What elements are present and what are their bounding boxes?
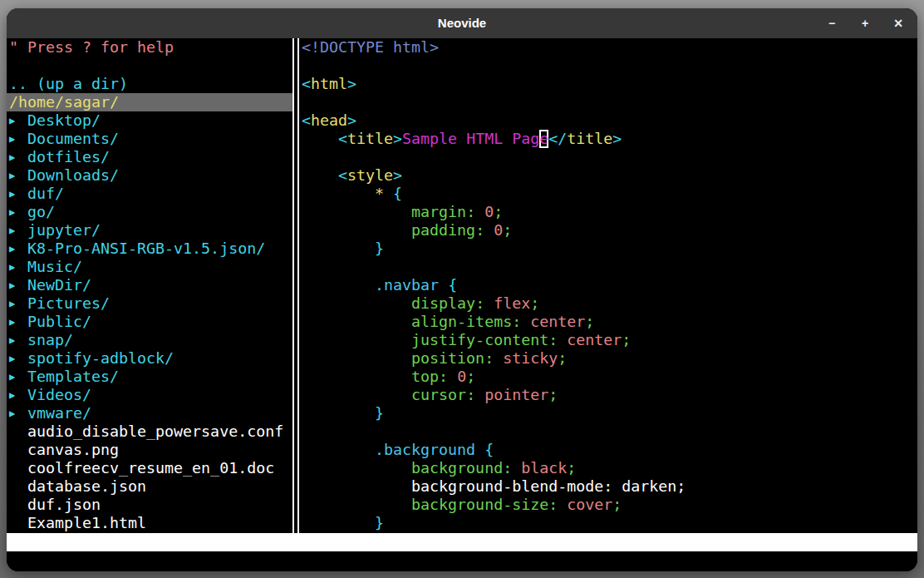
code-token: title xyxy=(567,130,612,147)
code-line[interactable] xyxy=(302,422,917,441)
code-token: head xyxy=(311,111,347,129)
dir-name: spotify-adblock/ xyxy=(27,349,174,367)
folder-arrow-icon: ▶ xyxy=(9,386,27,404)
window-title: Neovide xyxy=(7,8,917,38)
editor-buffer[interactable]: <!DOCTYPE html><html><head> <title>Sampl… xyxy=(301,38,917,533)
netrw-dir-item[interactable]: ▶K8-Pro-ANSI-RGB-v1.5.json/ xyxy=(7,240,292,258)
code-token xyxy=(302,459,411,477)
code-line[interactable]: <!DOCTYPE html> xyxy=(302,38,917,57)
code-token: align-items xyxy=(411,313,512,330)
code-line[interactable]: <head> xyxy=(302,111,917,130)
minimize-button[interactable]: − xyxy=(824,17,839,30)
code-token: > xyxy=(612,130,622,147)
code-token xyxy=(302,368,411,385)
folder-arrow-icon: ▶ xyxy=(9,404,27,422)
code-line[interactable]: .background { xyxy=(302,441,917,459)
netrw-dir-item[interactable]: ▶Pictures/ xyxy=(7,294,292,313)
titlebar[interactable]: Neovide − + ✕ xyxy=(7,8,917,38)
code-token: ; xyxy=(567,459,576,477)
netrw-dir-item[interactable]: ▶Public/ xyxy=(7,313,292,331)
folder-arrow-icon: ▶ xyxy=(9,368,27,386)
code-line[interactable]: position: sticky; xyxy=(302,349,917,368)
netrw-file-item[interactable]: Example1.html xyxy=(7,514,292,532)
code-token xyxy=(302,203,411,220)
netrw-up-dir[interactable]: .. (up a dir) xyxy=(7,75,292,93)
netrw-file-item[interactable]: coolfreecv_resume_en_01.doc xyxy=(7,459,292,477)
code-line[interactable]: padding: 0; xyxy=(302,221,917,240)
code-token: : xyxy=(548,331,567,348)
code-token: * xyxy=(375,185,384,202)
netrw-dir-item[interactable]: ▶go/ xyxy=(7,203,292,221)
maximize-button[interactable]: + xyxy=(858,17,872,30)
code-line[interactable]: * { xyxy=(302,185,917,203)
code-line[interactable]: } xyxy=(302,240,917,258)
code-line[interactable]: cursor: pointer; xyxy=(302,386,917,404)
folder-arrow-icon: ▶ xyxy=(9,185,27,203)
code-token xyxy=(302,294,411,312)
code-line[interactable]: <style> xyxy=(302,166,917,185)
netrw-dir-item[interactable]: ▶Downloads/ xyxy=(7,166,292,185)
code-token: : xyxy=(475,294,494,312)
code-token: background-size xyxy=(411,496,548,513)
netrw-dir-item[interactable]: ▶snap/ xyxy=(7,331,292,349)
dir-name: Downloads/ xyxy=(27,166,119,184)
code-token: > xyxy=(393,130,402,147)
code-line[interactable]: background-blend-mode: darken; xyxy=(302,477,917,496)
netrw-dir-item[interactable]: ▶dotfiles/ xyxy=(7,148,292,166)
code-token: ; xyxy=(466,368,475,385)
code-line[interactable]: .navbar { xyxy=(302,276,917,294)
netrw-dir-item[interactable]: ▶NewDir/ xyxy=(7,276,292,294)
code-line[interactable]: justify-content: center; xyxy=(302,331,917,349)
window-separator[interactable] xyxy=(292,38,301,533)
code-line[interactable]: background: black; xyxy=(302,459,917,477)
netrw-dir-item[interactable]: ▶jupyter/ xyxy=(7,221,292,240)
code-line[interactable]: background-size: cover; xyxy=(302,496,917,514)
netrw-file-item[interactable]: audio_disable_powersave.conf xyxy=(7,422,292,441)
code-token: : xyxy=(466,203,484,220)
code-line[interactable]: <title>Sample HTML Page</title> xyxy=(302,130,917,148)
code-token: < xyxy=(338,130,347,147)
netrw-dir-item[interactable]: ▶Videos/ xyxy=(7,386,292,404)
dir-name: Documents/ xyxy=(27,130,119,147)
code-line[interactable]: } xyxy=(302,514,917,532)
code-line[interactable] xyxy=(302,148,917,166)
netrw-dir-item[interactable]: ▶Documents/ xyxy=(7,130,292,148)
folder-arrow-icon: ▶ xyxy=(9,130,27,148)
netrw-dir-item[interactable]: ▶Desktop/ xyxy=(7,111,292,130)
folder-arrow-icon: ▶ xyxy=(9,240,27,258)
code-line[interactable] xyxy=(302,258,917,276)
netrw-dir-item[interactable]: ▶spotify-adblock/ xyxy=(7,349,292,368)
netrw-current-path[interactable]: /home/sagar/ xyxy=(7,93,292,111)
code-line[interactable]: top: 0; xyxy=(302,368,917,386)
code-token: background xyxy=(411,459,503,477)
netrw-dir-item[interactable]: ▶Music/ xyxy=(7,258,292,276)
code-line[interactable]: align-items: center; xyxy=(302,313,917,331)
netrw-file-item[interactable]: duf.json xyxy=(7,496,292,514)
netrw-dir-item[interactable]: ▶Templates/ xyxy=(7,368,292,386)
blank-line xyxy=(7,57,292,75)
code-line[interactable]: display: flex; xyxy=(302,294,917,313)
code-token: } xyxy=(375,514,384,531)
netrw-file-item[interactable]: canvas.png xyxy=(7,441,292,459)
code-line[interactable]: <html> xyxy=(302,75,917,93)
text-cursor: e xyxy=(539,130,548,148)
code-token: ; xyxy=(530,294,539,312)
dir-name: Public/ xyxy=(27,313,91,330)
code-token xyxy=(302,166,338,184)
netrw-dir-item[interactable]: ▶duf/ xyxy=(7,185,292,203)
netrw-file-item[interactable]: database.json xyxy=(7,477,292,496)
code-token xyxy=(302,441,375,458)
netrw-sidebar[interactable]: " Press ? for help .. (up a dir) /home/s… xyxy=(7,38,292,533)
code-token: : xyxy=(484,349,503,367)
code-line[interactable] xyxy=(302,93,917,111)
code-line[interactable]: } xyxy=(302,404,917,422)
code-line[interactable] xyxy=(302,57,917,75)
netrw-dir-item[interactable]: ▶vmware/ xyxy=(7,404,292,422)
folder-arrow-icon: ▶ xyxy=(9,111,27,130)
code-token: .navbar xyxy=(375,276,439,294)
command-line[interactable] xyxy=(7,551,917,571)
close-button[interactable]: ✕ xyxy=(891,17,906,30)
dir-name: Pictures/ xyxy=(27,294,110,312)
code-line[interactable]: margin: 0; xyxy=(302,203,917,221)
folder-arrow-icon: ▶ xyxy=(9,258,27,276)
